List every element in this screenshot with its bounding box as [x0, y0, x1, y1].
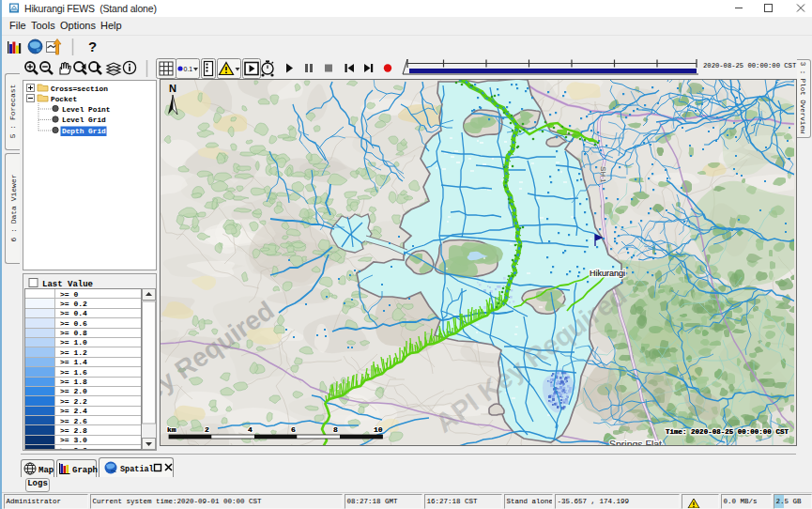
svg-text:Time: 2020-08-25 00:00:00 CST: Time: 2020-08-25 00:00:00 CST	[666, 428, 789, 436]
svg-text:km: km	[167, 425, 176, 434]
svg-text:Map: Map	[38, 466, 54, 475]
svg-text:0.1: 0.1	[184, 66, 193, 72]
svg-text:2: 2	[205, 425, 209, 434]
svg-text:?: ?	[88, 39, 97, 54]
svg-text:Springs Flat: Springs Flat	[609, 439, 662, 446]
svg-text:6: 6	[291, 425, 296, 434]
svg-text:Pocket: Pocket	[51, 96, 77, 103]
svg-text:2020-08-25 00:00:00 CST: 2020-08-25 00:00:00 CST	[703, 62, 797, 69]
svg-text:Level Grid: Level Grid	[62, 116, 106, 124]
svg-text:Hikurangi: Hikurangi	[590, 269, 625, 278]
svg-text:4: 4	[248, 425, 253, 434]
svg-text:Cross=section: Cross=section	[51, 85, 108, 93]
svg-text:SH 1: SH 1	[599, 166, 607, 183]
svg-text:N: N	[169, 83, 176, 94]
svg-text:Spatial: Spatial	[120, 465, 154, 474]
svg-text:Depth Grid: Depth Grid	[62, 128, 106, 135]
svg-text:8: 8	[333, 425, 338, 434]
svg-text:10: 10	[374, 425, 383, 434]
svg-text:Level Point: Level Point	[62, 106, 110, 114]
svg-text:Graph: Graph	[72, 466, 98, 475]
